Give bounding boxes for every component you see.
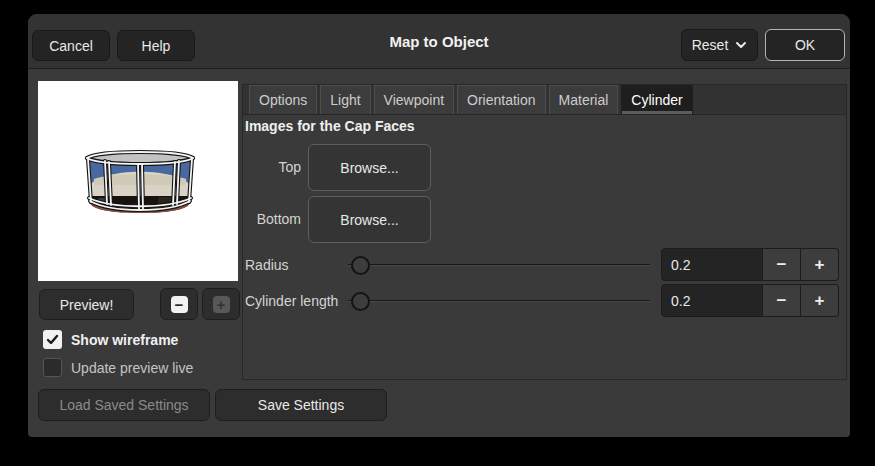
bottom-label: Bottom xyxy=(243,211,301,227)
cylinder-length-slider-knob[interactable] xyxy=(351,292,370,311)
check-icon xyxy=(46,333,59,346)
radius-slider[interactable] xyxy=(348,255,650,275)
update-preview-live-row[interactable]: Update preview live xyxy=(43,358,193,377)
reset-button[interactable]: Reset xyxy=(681,29,758,61)
show-wireframe-checkbox[interactable] xyxy=(43,330,62,349)
preview-area[interactable] xyxy=(38,81,238,281)
reset-button-label: Reset xyxy=(692,37,729,53)
preview-render xyxy=(38,81,238,281)
radius-value-input[interactable]: 0.2 xyxy=(661,248,763,281)
radius-label: Radius xyxy=(245,257,289,273)
ok-button[interactable]: OK xyxy=(765,29,845,61)
radius-decrement-button[interactable]: − xyxy=(763,248,801,281)
zoom-out-button[interactable]: − xyxy=(160,288,198,320)
tab-bar: Options Light Viewpoint Orientation Mate… xyxy=(243,85,846,115)
preview-button[interactable]: Preview! xyxy=(39,289,134,320)
radius-spinner: 0.2 − + xyxy=(661,248,839,281)
show-wireframe-label: Show wireframe xyxy=(71,332,178,348)
cylinder-length-slider[interactable] xyxy=(348,291,650,311)
show-wireframe-row[interactable]: Show wireframe xyxy=(43,330,178,349)
update-preview-live-checkbox[interactable] xyxy=(43,358,62,377)
radius-increment-button[interactable]: + xyxy=(801,248,839,281)
bottom-browse-button[interactable]: Browse... xyxy=(308,196,431,243)
cylinder-length-spinner: 0.2 − + xyxy=(661,284,839,317)
cancel-button[interactable]: Cancel xyxy=(32,30,110,61)
load-saved-settings-button[interactable]: Load Saved Settings xyxy=(38,389,210,421)
top-browse-button[interactable]: Browse... xyxy=(308,144,431,191)
dialog-titlebar: Cancel Help Map to Object Reset OK xyxy=(28,14,850,69)
cylinder-length-increment-button[interactable]: + xyxy=(801,284,839,317)
cylinder-length-value-input[interactable]: 0.2 xyxy=(661,284,763,317)
tab-options[interactable]: Options xyxy=(249,85,317,114)
radius-slider-track xyxy=(348,264,650,266)
chevron-down-icon xyxy=(735,39,747,51)
cap-faces-heading: Images for the Cap Faces xyxy=(245,118,415,134)
map-to-object-dialog: Cancel Help Map to Object Reset OK xyxy=(28,14,850,437)
tab-viewpoint[interactable]: Viewpoint xyxy=(374,85,454,114)
radius-slider-knob[interactable] xyxy=(351,256,370,275)
settings-panel: Options Light Viewpoint Orientation Mate… xyxy=(242,84,847,380)
zoom-in-button[interactable]: + xyxy=(202,288,240,320)
tab-material[interactable]: Material xyxy=(549,85,619,114)
help-button[interactable]: Help xyxy=(117,30,195,61)
save-settings-button[interactable]: Save Settings xyxy=(215,389,387,421)
minus-icon: − xyxy=(171,296,188,313)
plus-icon: + xyxy=(213,296,230,313)
cylinder-length-slider-track xyxy=(348,300,650,302)
top-label: Top xyxy=(243,159,301,175)
tab-light[interactable]: Light xyxy=(320,85,370,114)
cylinder-length-label: Cylinder length xyxy=(245,293,338,309)
update-preview-live-label: Update preview live xyxy=(71,360,193,376)
tab-orientation[interactable]: Orientation xyxy=(457,85,545,114)
tab-cylinder[interactable]: Cylinder xyxy=(621,85,692,114)
cylinder-length-decrement-button[interactable]: − xyxy=(763,284,801,317)
